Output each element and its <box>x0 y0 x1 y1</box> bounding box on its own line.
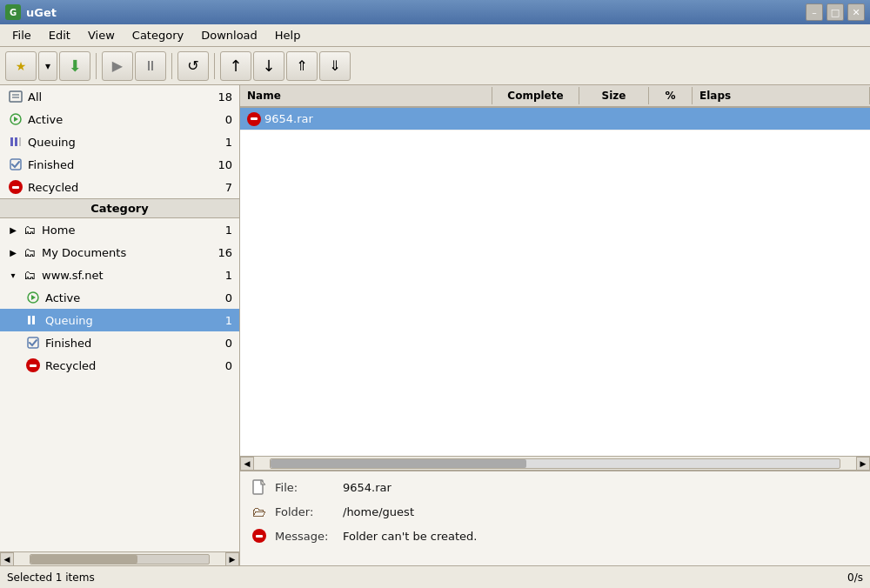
add-dropdown-btn[interactable]: ▾ <box>38 51 57 81</box>
sidebar-item-recycled[interactable]: Recycled 7 <box>0 176 239 198</box>
category-home-label: Home <box>42 224 215 237</box>
menu-category[interactable]: Category <box>124 27 192 43</box>
sidebar-sfnet-finished[interactable]: Finished 0 <box>0 331 239 354</box>
file-list-header: Name Complete Size % Elaps <box>240 85 870 108</box>
sidebar-item-all[interactable]: All 18 <box>0 85 239 108</box>
sfnet-queuing-label: Queuing <box>45 314 215 327</box>
info-row-message: Message: Folder can't be created. <box>251 527 860 545</box>
expand-mydocs-btn[interactable]: ▶ <box>7 246 19 258</box>
active-icon <box>7 110 24 128</box>
maximize-btn[interactable]: □ <box>826 3 844 21</box>
category-mydocs-count: 16 <box>215 246 232 259</box>
file-value: 9654.rar <box>343 481 392 494</box>
svg-rect-4 <box>10 137 13 146</box>
title-bar-left: G uGet <box>5 4 57 20</box>
menu-view[interactable]: View <box>79 27 124 43</box>
sfnet-recycled-icon <box>24 357 42 374</box>
refresh-btn[interactable]: ↺ <box>177 51 209 81</box>
toolbar-group-refresh: ↺ <box>177 51 209 81</box>
file-list-body: 9654.rar <box>240 108 870 456</box>
content-scroll-left[interactable]: ◀ <box>240 457 254 471</box>
sidebar-item-queuing[interactable]: Queuing 1 <box>0 130 239 153</box>
sidebar-scroll-left[interactable]: ◀ <box>0 552 14 566</box>
pause-btn[interactable]: ⏸ <box>135 51 166 81</box>
col-header-complete[interactable]: Complete <box>492 87 579 104</box>
category-sfnet-count: 1 <box>215 269 232 282</box>
close-btn[interactable]: ✕ <box>847 3 865 21</box>
content-scroll-track[interactable] <box>270 458 840 469</box>
expand-home-btn[interactable]: ▶ <box>7 224 19 236</box>
menu-help[interactable]: Help <box>266 27 310 43</box>
sfnet-finished-icon <box>24 334 42 351</box>
move-bottom-btn[interactable]: ⇓ <box>319 51 351 81</box>
install-download-btn[interactable]: ⬇ <box>59 51 90 81</box>
menu-edit[interactable]: Edit <box>40 27 79 43</box>
svg-rect-6 <box>19 137 21 146</box>
sidebar-item-active[interactable]: Active 0 <box>0 108 239 130</box>
svg-rect-10 <box>32 316 35 324</box>
col-header-name[interactable]: Name <box>240 87 492 104</box>
svg-rect-5 <box>15 137 17 146</box>
content-scroll-thumb[interactable] <box>271 459 526 468</box>
toolbar-sep-2 <box>171 53 172 79</box>
minimize-btn[interactable]: – <box>806 3 823 21</box>
file-pct-cell <box>649 117 693 122</box>
move-down-btn[interactable]: ↓ <box>253 51 284 81</box>
toolbar-group-order: ↑ ↓ ⇑ ⇓ <box>220 51 351 81</box>
sidebar-scroll-thumb[interactable] <box>30 555 137 564</box>
folder-value: /home/guest <box>343 505 414 518</box>
move-up-btn[interactable]: ↑ <box>220 51 251 81</box>
sfnet-active-count: 0 <box>215 291 232 304</box>
sidebar: All 18 Active 0 <box>0 85 240 565</box>
mydocs-folder-icon: 🗂 <box>21 244 38 261</box>
sidebar-scroll-track[interactable] <box>30 554 210 565</box>
message-error-icon <box>251 527 268 545</box>
category-item-home[interactable]: ▶ 🗂 Home 1 <box>0 218 239 241</box>
col-header-elapsed[interactable]: Elaps <box>693 87 870 104</box>
status-selected: Selected 1 items <box>7 571 95 584</box>
home-folder-icon: 🗂 <box>21 221 38 238</box>
sidebar-item-all-count: 18 <box>215 90 232 104</box>
play-btn[interactable]: ▶ <box>102 51 133 81</box>
sidebar-scroll-right[interactable]: ▶ <box>225 552 239 566</box>
add-download-btn[interactable]: ★ <box>5 51 37 81</box>
toolbar: ★ ▾ ⬇ ▶ ⏸ ↺ ↑ ↓ ⇑ ⇓ <box>0 47 870 85</box>
move-top-btn[interactable]: ⇑ <box>286 51 318 81</box>
menu-download[interactable]: Download <box>192 27 266 43</box>
sidebar-item-finished-count: 10 <box>215 158 232 171</box>
info-row-file: File: 9654.rar <box>251 478 860 496</box>
toolbar-group-playback: ▶ ⏸ <box>102 51 166 81</box>
toolbar-sep-1 <box>96 53 97 79</box>
window-title: uGet <box>26 6 57 19</box>
col-header-pct[interactable]: % <box>649 87 693 104</box>
sidebar-sfnet-recycled[interactable]: Recycled 0 <box>0 354 239 377</box>
svg-rect-0 <box>10 91 22 102</box>
file-elapsed-cell <box>693 117 870 122</box>
sidebar-item-finished[interactable]: Finished 10 <box>0 153 239 176</box>
content-area: Name Complete Size % Elaps 9654.rar ◀ <box>240 85 870 565</box>
sfnet-active-icon <box>24 289 42 306</box>
recycled-icon <box>7 178 24 196</box>
category-mydocs-label: My Documents <box>42 246 215 259</box>
sidebar-sfnet-queuing[interactable]: Queuing 1 <box>0 309 239 331</box>
category-item-sfnet[interactable]: ▾ 🗂 www.sf.net 1 <box>0 264 239 286</box>
category-item-mydocs[interactable]: ▶ 🗂 My Documents 16 <box>0 241 239 264</box>
category-header: Category <box>0 198 239 218</box>
title-bar: G uGet – □ ✕ <box>0 0 870 24</box>
content-hscroll[interactable]: ◀ ▶ <box>240 456 870 470</box>
content-scroll-right[interactable]: ▶ <box>856 457 870 471</box>
sidebar-item-active-label: Active <box>28 113 215 126</box>
col-header-size[interactable]: Size <box>579 87 649 104</box>
sidebar-item-queuing-count: 1 <box>215 136 232 149</box>
sidebar-list: All 18 Active 0 <box>0 85 239 551</box>
category-sfnet-label: www.sf.net <box>42 269 215 282</box>
menu-file[interactable]: File <box>3 27 40 43</box>
sidebar-sfnet-active[interactable]: Active 0 <box>0 286 239 309</box>
table-row[interactable]: 9654.rar <box>240 108 870 130</box>
expand-sfnet-btn[interactable]: ▾ <box>7 269 19 281</box>
sidebar-item-recycled-count: 7 <box>215 181 232 194</box>
title-controls[interactable]: – □ ✕ <box>806 3 865 21</box>
sidebar-item-finished-label: Finished <box>28 158 215 171</box>
sidebar-hscroll[interactable]: ◀ ▶ <box>0 551 239 565</box>
file-doc-icon <box>251 478 268 496</box>
